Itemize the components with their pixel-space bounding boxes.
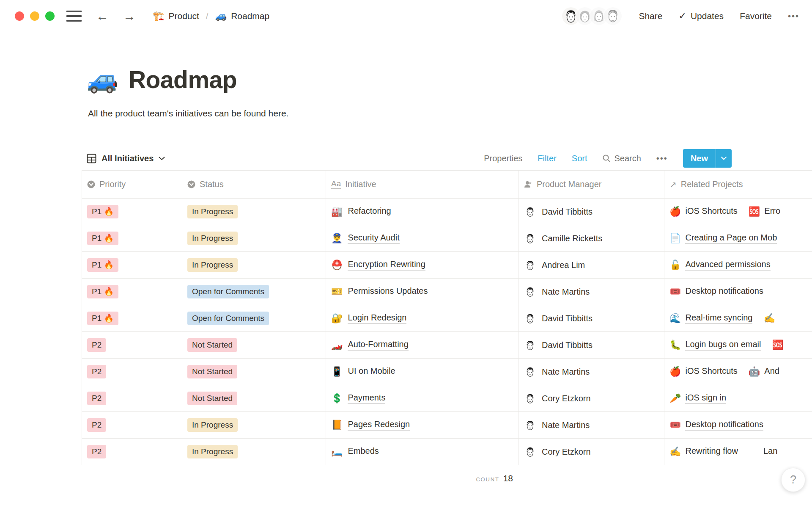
related-project-link[interactable]: 🐛Login bugs on email xyxy=(669,340,761,351)
related-project-link[interactable]: 📄Creating a Page on Mob xyxy=(669,233,777,244)
related-project-link[interactable]: 🤖And xyxy=(749,366,779,377)
new-button[interactable]: New xyxy=(683,149,732,168)
column-header-product-manager[interactable]: Product Manager xyxy=(518,171,664,198)
page-icon-car[interactable]: 🚙 xyxy=(87,67,118,92)
initiative-link[interactable]: Security Audit xyxy=(348,233,399,244)
product-manager-cell[interactable]: Nate Martins xyxy=(518,279,664,305)
related-project-link[interactable]: 🆘Erro xyxy=(749,206,780,217)
close-window-button[interactable] xyxy=(15,11,24,21)
status-cell[interactable]: Open for Comments xyxy=(182,279,326,305)
status-cell[interactable]: Open for Comments xyxy=(182,305,326,331)
breadcrumb-item-roadmap[interactable]: 🚙 Roadmap xyxy=(215,11,270,21)
forward-arrow-icon[interactable]: → xyxy=(123,10,136,22)
related-project-link[interactable]: 🥕iOS sign in xyxy=(669,393,726,404)
related-projects-cell[interactable]: 🎟️Desktop notifications xyxy=(664,279,812,305)
related-projects-cell[interactable]: 🔓Advanced permissions xyxy=(664,252,812,278)
related-project-link[interactable]: 🌊Real-time syncing xyxy=(669,313,752,324)
zoom-window-button[interactable] xyxy=(45,11,55,21)
related-project-link[interactable]: Lan xyxy=(749,446,777,457)
priority-cell[interactable]: P2 xyxy=(82,332,182,358)
status-cell[interactable]: In Progress xyxy=(182,439,326,465)
product-manager-cell[interactable]: Cory Etzkorn xyxy=(518,385,664,411)
column-header-priority[interactable]: Priority xyxy=(82,171,182,198)
product-manager-cell[interactable]: Andrea Lim xyxy=(518,252,664,278)
priority-cell[interactable]: P2 xyxy=(82,385,182,411)
related-projects-cell[interactable]: 🍎iOS Shortcuts🆘Erro xyxy=(664,199,812,225)
priority-cell[interactable]: P2 xyxy=(82,412,182,438)
initiative-cell[interactable]: 🎫 Permissions Updates xyxy=(326,279,518,305)
initiative-cell[interactable]: 💲 Payments xyxy=(326,385,518,411)
updates-button[interactable]: ✓ Updates xyxy=(678,11,724,22)
related-projects-cell[interactable]: 🌊Real-time syncing✍️ xyxy=(664,305,812,331)
initiative-cell[interactable]: 🔐 Login Redesign xyxy=(326,305,518,331)
view-more-options-icon[interactable]: ••• xyxy=(656,154,668,163)
sort-button[interactable]: Sort xyxy=(572,154,587,163)
related-projects-cell[interactable]: 📄Creating a Page on Mob xyxy=(664,225,812,251)
column-header-status[interactable]: Status xyxy=(182,171,326,198)
related-project-link[interactable]: 🆘 xyxy=(772,340,787,350)
status-cell[interactable]: In Progress xyxy=(182,252,326,278)
related-project-link[interactable]: ✍️ xyxy=(763,314,779,323)
initiative-cell[interactable]: 🏭 Refactoring xyxy=(326,199,518,225)
product-manager-cell[interactable]: Nate Martins xyxy=(518,412,664,438)
initiative-link[interactable]: Encryption Rewriting xyxy=(348,260,425,271)
related-projects-cell[interactable]: 🍎iOS Shortcuts🤖And xyxy=(664,359,812,385)
related-project-link[interactable]: 🎟️Desktop notifications xyxy=(669,420,763,431)
status-cell[interactable]: Not Started xyxy=(182,332,326,358)
breadcrumb-item-product[interactable]: 🏗️ Product xyxy=(153,11,199,21)
avatar[interactable] xyxy=(604,7,622,25)
initiative-cell[interactable]: ⛑️ Encryption Rewriting xyxy=(326,252,518,278)
status-cell[interactable]: Not Started xyxy=(182,385,326,411)
initiative-link[interactable]: UI on Mobile xyxy=(348,366,395,377)
product-manager-cell[interactable]: Camille Ricketts xyxy=(518,225,664,251)
priority-cell[interactable]: P2 xyxy=(82,439,182,465)
priority-cell[interactable]: P2 xyxy=(82,359,182,385)
search-button[interactable]: Search xyxy=(602,154,641,163)
status-cell[interactable]: Not Started xyxy=(182,359,326,385)
initiative-cell[interactable]: 🏎️ Auto-Formatting xyxy=(326,332,518,358)
new-button-dropdown[interactable] xyxy=(716,149,732,168)
share-button[interactable]: Share xyxy=(639,11,662,21)
related-projects-cell[interactable]: 🎟️Desktop notifications xyxy=(664,412,812,438)
initiative-link[interactable]: Embeds xyxy=(348,446,379,457)
initiative-link[interactable]: Auto-Formatting xyxy=(348,340,408,351)
related-project-link[interactable]: 🎟️Desktop notifications xyxy=(669,286,763,297)
sidebar-menu-icon[interactable] xyxy=(66,11,82,22)
status-cell[interactable]: In Progress xyxy=(182,199,326,225)
priority-cell[interactable]: P1 🔥 xyxy=(82,225,182,251)
view-switcher[interactable]: All Initiatives xyxy=(87,154,165,163)
product-manager-cell[interactable]: David Tibbitts xyxy=(518,199,664,225)
filter-button[interactable]: Filter xyxy=(538,154,556,163)
product-manager-cell[interactable]: David Tibbitts xyxy=(518,332,664,358)
related-project-link[interactable]: 🔓Advanced permissions xyxy=(669,260,771,271)
column-header-related-projects[interactable]: ↗ Related Projects xyxy=(664,171,812,198)
priority-cell[interactable]: P1 🔥 xyxy=(82,279,182,305)
related-project-link[interactable]: 🍎iOS Shortcuts xyxy=(669,366,738,377)
initiative-cell[interactable]: 📱 UI on Mobile xyxy=(326,359,518,385)
help-button[interactable]: ? xyxy=(781,468,805,492)
related-projects-cell[interactable]: 🐛Login bugs on email🆘 xyxy=(664,332,812,358)
priority-cell[interactable]: P1 🔥 xyxy=(82,252,182,278)
initiative-link[interactable]: Permissions Updates xyxy=(348,286,428,297)
related-project-link[interactable]: ✍️Rewriting flow xyxy=(669,446,738,457)
related-project-link[interactable]: 🍎iOS Shortcuts xyxy=(669,206,738,217)
initiative-cell[interactable]: 👮‍♂️ Security Audit xyxy=(326,225,518,251)
related-projects-cell[interactable]: ✍️Rewriting flowLan xyxy=(664,439,812,465)
initiative-link[interactable]: Refactoring xyxy=(348,206,391,217)
properties-button[interactable]: Properties xyxy=(484,154,522,163)
product-manager-cell[interactable]: Cory Etzkorn xyxy=(518,439,664,465)
back-arrow-icon[interactable]: ← xyxy=(96,10,109,22)
product-manager-cell[interactable]: David Tibbitts xyxy=(518,305,664,331)
initiative-link[interactable]: Pages Redesign xyxy=(348,420,410,431)
related-projects-cell[interactable]: 🥕iOS sign in xyxy=(664,385,812,411)
count-aggregate[interactable]: COUNT 18 xyxy=(326,467,518,483)
minimize-window-button[interactable] xyxy=(30,11,39,21)
status-cell[interactable]: In Progress xyxy=(182,412,326,438)
column-header-initiative[interactable]: Aa Initiative xyxy=(326,171,518,198)
initiative-link[interactable]: Login Redesign xyxy=(348,313,406,324)
more-options-icon[interactable]: ••• xyxy=(788,11,799,21)
favorite-button[interactable]: Favorite xyxy=(740,11,772,21)
product-manager-cell[interactable]: Nate Martins xyxy=(518,359,664,385)
initiative-cell[interactable]: 📙 Pages Redesign xyxy=(326,412,518,438)
priority-cell[interactable]: P1 🔥 xyxy=(82,305,182,331)
